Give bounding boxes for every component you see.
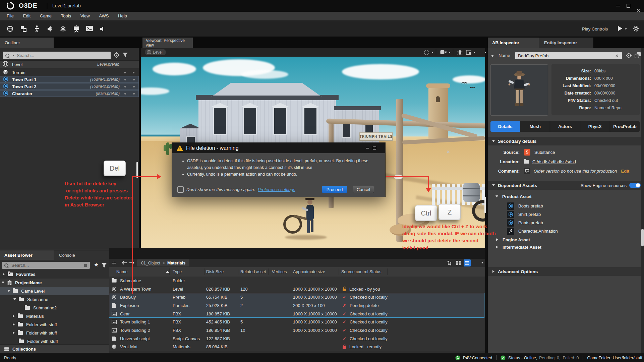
menu-edit[interactable]: Edit	[19, 12, 35, 20]
lock-toggle[interactable]	[133, 93, 135, 95]
visibility-toggle[interactable]	[124, 72, 126, 73]
menu-view[interactable]: View	[76, 12, 94, 20]
tab-physx[interactable]: PhysX	[580, 121, 610, 132]
table-row-selected[interactable]: Gear FBX 180.857 KiB 1000 X 10000 x 1000…	[109, 310, 485, 318]
settings-gear-icon[interactable]	[633, 25, 639, 33]
nav-forward-icon[interactable]	[129, 260, 134, 266]
copy-asset-icon[interactable]	[635, 52, 641, 59]
outliner-filter-icon[interactable]	[123, 53, 128, 58]
table-options-caret[interactable]	[481, 262, 483, 264]
column-source-control-status[interactable]: Source control Status	[341, 269, 382, 274]
table-row[interactable]: Town building 1 FBX 452.485 KiB 5 1000 X…	[109, 318, 485, 327]
grid-view-icon[interactable]	[456, 260, 461, 266]
search-preset-icon[interactable]	[84, 264, 87, 267]
nav-back-icon[interactable]	[122, 260, 127, 266]
level-chip[interactable]: Level	[145, 49, 166, 55]
tree-item-folder-with-stuff[interactable]: Folder with stuff	[0, 329, 109, 337]
tab-details[interactable]: Details	[490, 121, 520, 132]
dependent-asset-item[interactable]: Boots.prefab	[488, 202, 644, 210]
modal-maximize-icon[interactable]	[373, 146, 376, 149]
audio-tool-icon[interactable]	[47, 25, 53, 33]
lock-toggle[interactable]	[133, 72, 134, 73]
play-button[interactable]	[618, 26, 622, 31]
multitool-icon[interactable]	[60, 25, 66, 33]
dependent-assets-header[interactable]: Dependent Assets Show Engine resources	[488, 181, 644, 190]
table-row[interactable]: Submarine Folder	[109, 277, 485, 285]
panel-splitter-handle[interactable]	[484, 197, 486, 213]
tree-item-favorites[interactable]: ★ Favorites	[0, 270, 109, 279]
dependent-asset-item[interactable]: Character.Animation	[488, 227, 644, 235]
picker-target-icon[interactable]	[626, 52, 632, 60]
tab-asset-browser[interactable]: Asset Brower	[0, 250, 54, 260]
search-options-caret[interactable]	[12, 55, 14, 56]
cancel-button[interactable]: Cancel	[353, 186, 374, 193]
menu-tools[interactable]: Tools	[57, 12, 75, 20]
outliner-item-town-part-1[interactable]: Town Part 1 (TownP1.prefab)	[0, 76, 139, 83]
camera-icon[interactable]	[440, 50, 447, 55]
tab-outliner[interactable]: Outliner	[0, 38, 54, 48]
online-status-label[interactable]: Status - Online,	[508, 356, 537, 360]
menu-game[interactable]: Game	[36, 12, 56, 20]
tab-mesh[interactable]: Mesh	[520, 121, 550, 132]
menu-file[interactable]: File	[3, 12, 18, 20]
lock-toggle[interactable]	[133, 86, 135, 87]
column-type[interactable]: Type	[173, 269, 182, 274]
transform-tool-icon[interactable]	[20, 25, 27, 33]
outliner-search-input[interactable]: Search...	[3, 52, 111, 59]
dependent-asset-item[interactable]: Shirt.prefab	[488, 210, 644, 219]
camera-speed-icon[interactable]	[424, 50, 429, 55]
visibility-toggle[interactable]	[124, 93, 126, 95]
projector-tool-icon[interactable]	[73, 25, 80, 34]
tab-viewport[interactable]: Viewport: Perspective view	[142, 38, 193, 48]
inspector-scrollbar[interactable]	[641, 48, 644, 353]
tab-console[interactable]: Console	[54, 250, 109, 260]
proceed-button[interactable]: Proceed	[322, 186, 347, 193]
group-product-asset[interactable]: Product Asset	[488, 193, 644, 200]
tab-ab-inspector[interactable]: AB Inspector	[488, 38, 539, 48]
tree-view-icon[interactable]	[447, 260, 452, 266]
edit-comment-link[interactable]: Edit	[621, 169, 630, 174]
camera-speed-caret[interactable]	[431, 52, 433, 54]
tree-item-submarine2[interactable]: Submarine2	[0, 304, 109, 312]
tab-entity-inspector[interactable]: Entity Inspector	[539, 38, 593, 48]
menu-aws[interactable]: AWS	[95, 12, 113, 20]
dont-show-checkbox[interactable]	[177, 186, 184, 193]
scrollbar-thumb[interactable]	[641, 229, 644, 246]
lock-toggle[interactable]	[133, 79, 135, 80]
column-vertices[interactable]: Vertices	[272, 269, 287, 274]
panel-splitter-handle[interactable]	[136, 162, 138, 178]
p4v-status-label[interactable]: P4V:Connected	[463, 356, 492, 360]
group-intermediate-asset[interactable]: Intermediate Asset	[488, 243, 644, 251]
browser-filter-icon[interactable]	[102, 263, 107, 268]
tree-item-projectname[interactable]: ProjectName	[0, 279, 109, 287]
modal-title-bar[interactable]: File deletion - warning	[172, 143, 385, 153]
table-row[interactable]: Town building 2 FBX 186.854 KiB 10 1000 …	[109, 326, 485, 335]
minimize-button[interactable]	[616, 6, 620, 6]
show-engine-resources-toggle[interactable]	[629, 183, 641, 188]
group-engine-asset[interactable]: Engine Asset	[488, 236, 644, 243]
preference-settings-link[interactable]: Preference settings	[258, 187, 295, 192]
visibility-toggle[interactable]	[124, 79, 126, 80]
breadcrumb-current[interactable]: Materials	[167, 261, 185, 265]
outliner-item-character[interactable]: Character (Main.prefab)	[0, 90, 139, 97]
location-link[interactable]: C:/dsdfs/sdfsdfss/sdsd	[532, 159, 576, 164]
close-button[interactable]	[637, 9, 640, 12]
outliner-picker-icon[interactable]	[113, 52, 120, 59]
secondary-details-header[interactable]: Secondary details	[488, 137, 644, 145]
modal-close-icon[interactable]	[447, 150, 450, 153]
split-view-caret[interactable]	[473, 52, 475, 54]
visibility-toggle[interactable]	[124, 86, 126, 87]
column-related-asset[interactable]: Related asset	[240, 269, 266, 274]
modal-minimize-icon[interactable]	[366, 148, 369, 148]
outliner-item-town-part-2[interactable]: Town Part 2 (TownP2.prefab)	[0, 83, 139, 90]
table-row[interactable]: Universal script Script Canvas 122.687 K…	[109, 335, 485, 343]
table-row[interactable]: A Western Town Level 820.857 KiB 128 100…	[109, 285, 485, 294]
table-row-selected[interactable]: BadGuy Prefab 65.754 KiB 5 1000 X 10000 …	[109, 293, 485, 302]
speaker-tool-icon[interactable]	[99, 25, 106, 33]
favorites-star-icon[interactable]: ★	[94, 261, 99, 268]
column-approximate-size[interactable]: Approximate size	[293, 269, 325, 274]
tree-item-materials[interactable]: Materials	[0, 312, 109, 320]
advanced-options-header[interactable]: Advanced Options	[488, 267, 644, 276]
table-row[interactable]: Vent-Mat Matierals 85.084 KiB Locked - r…	[109, 343, 485, 352]
outliner-item-level[interactable]: Level Level.prefab	[0, 60, 139, 68]
